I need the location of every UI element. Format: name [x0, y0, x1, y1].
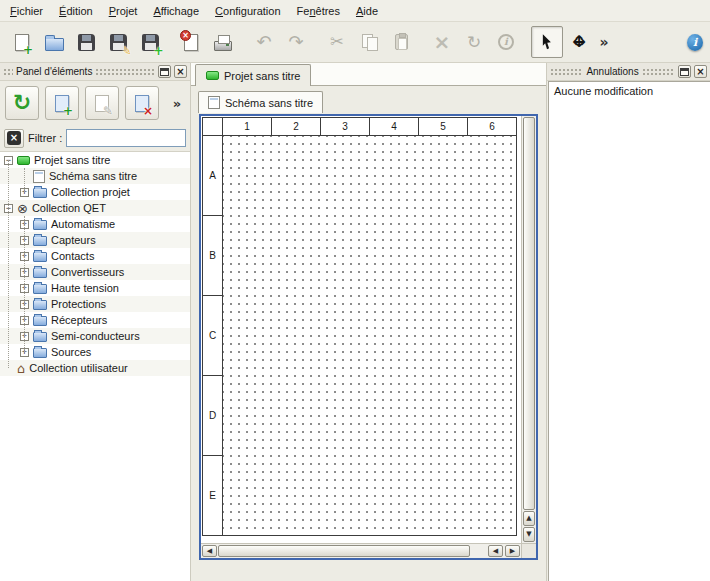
- schema-viewport: 123456 ABCDE: [201, 116, 521, 543]
- ruler-rows: ABCDE: [203, 136, 223, 535]
- new-file-button[interactable]: +: [6, 26, 38, 58]
- tree-item-collection-qet[interactable]: −⊗Collection QET: [0, 200, 190, 216]
- delete-button[interactable]: ×: [426, 26, 458, 58]
- open-file-button[interactable]: [38, 26, 70, 58]
- save-file-button[interactable]: [70, 26, 102, 58]
- paste-icon: [395, 34, 408, 50]
- save-file-as-button[interactable]: ✎: [102, 26, 134, 58]
- tree-item-contacts[interactable]: +Contacts: [0, 248, 190, 264]
- tree-item-automatisme[interactable]: +Automatisme: [0, 216, 190, 232]
- new-file-overlay-icon: +: [23, 44, 33, 56]
- float-elements-panel-button[interactable]: [158, 65, 171, 78]
- new-element-overlay-icon: +: [63, 105, 73, 117]
- elements-panel-dock: Panel d'éléments × ↻+✎×» × Filtrer : −Pr…: [0, 63, 191, 581]
- undo-panel-titlebar[interactable]: Annulations ×: [547, 63, 710, 81]
- tree-item-capteurs[interactable]: +Capteurs: [0, 232, 190, 248]
- schema-view: 123456 ABCDE ▲ ▼ ◀ ◀ ▶: [199, 114, 538, 560]
- tree-item-haute-tension[interactable]: +Haute tension: [0, 280, 190, 296]
- qet-icon: ⊗: [17, 202, 28, 215]
- element-info-button[interactable]: i: [490, 26, 522, 58]
- clear-filter-icon: ×: [7, 131, 21, 145]
- edit-element-button[interactable]: ✎: [85, 86, 119, 120]
- tree-guide-line: [8, 160, 9, 368]
- close-elements-panel-button[interactable]: ×: [174, 65, 187, 78]
- menu-edition[interactable]: Édition: [51, 2, 101, 20]
- undo-list[interactable]: Aucune modification: [548, 81, 710, 581]
- menu-fenetres[interactable]: Fenêtres: [289, 2, 348, 20]
- tree-item-semi-conducteurs[interactable]: +Semi-conducteurs: [0, 328, 190, 344]
- panel-extension-button[interactable]: »: [169, 86, 185, 120]
- redo-icon: ↷: [288, 33, 303, 51]
- scroll-left-button[interactable]: ◀: [202, 545, 217, 557]
- scroll-up-button[interactable]: ▲: [523, 511, 535, 526]
- paste-button[interactable]: [385, 26, 417, 58]
- menu-affichage[interactable]: Affichage: [145, 2, 207, 20]
- new-element-button[interactable]: +: [45, 86, 79, 120]
- tree-item-protections[interactable]: +Protections: [0, 296, 190, 312]
- tree-item-label: Collection projet: [51, 186, 130, 198]
- rotate-button[interactable]: ↻: [458, 26, 490, 58]
- elements-panel-titlebar[interactable]: Panel d'éléments ×: [0, 63, 190, 81]
- scroll-left-secondary-button[interactable]: ◀: [488, 545, 503, 557]
- scroll-right-button[interactable]: ▶: [505, 545, 520, 557]
- menu-fichier[interactable]: Fichier: [2, 2, 51, 20]
- undo-panel-dock: Annulations × Aucune modification: [546, 63, 710, 581]
- cut-button[interactable]: ✂: [321, 26, 353, 58]
- print-icon: [214, 41, 232, 51]
- project-icon: [17, 156, 30, 165]
- print-button[interactable]: [207, 26, 239, 58]
- tab-project[interactable]: Projet sans titre: [195, 64, 311, 86]
- save-all-button[interactable]: +: [134, 26, 166, 58]
- schema-canvas[interactable]: [223, 136, 516, 535]
- vertical-scrollbar-thumb[interactable]: [523, 117, 535, 510]
- close-icon: ×: [176, 67, 184, 77]
- open-file-icon: [45, 38, 64, 51]
- dock-grip: [550, 68, 583, 76]
- horizontal-scrollbar-thumb[interactable]: [218, 545, 470, 557]
- tree-item-schema-sans-titre[interactable]: Schéma sans titre: [0, 168, 190, 184]
- menu-configuration[interactable]: Configuration: [207, 2, 288, 20]
- folder-icon: [33, 268, 47, 278]
- close-icon: ×: [696, 67, 704, 77]
- tree-item-label: Collection QET: [32, 202, 106, 214]
- main-toolbar: +✎+×↶↷✂×↻i»i: [0, 22, 710, 63]
- ruler-columns: 123456: [223, 118, 516, 136]
- dock-grip: [95, 68, 155, 76]
- menu-projet[interactable]: Projet: [101, 2, 146, 20]
- ruler-row-label: B: [203, 216, 223, 296]
- filter-row: × Filtrer :: [0, 125, 190, 151]
- folder-icon: [33, 284, 47, 294]
- help-icon: i: [687, 34, 703, 51]
- project-tabbar: Projet sans titre: [191, 63, 546, 86]
- tab-schema[interactable]: Schéma sans titre: [198, 91, 323, 113]
- close-file-button[interactable]: ×: [175, 26, 207, 58]
- tree-item-recepteurs[interactable]: +Récepteurs: [0, 312, 190, 328]
- close-undo-panel-button[interactable]: ×: [694, 65, 707, 78]
- clear-filter-button[interactable]: ×: [4, 129, 24, 148]
- select-mode-button[interactable]: [531, 26, 563, 58]
- tree-item-collection-utilisateur[interactable]: ⌂Collection utilisateur: [0, 360, 190, 376]
- tree-item-collection-projet[interactable]: +Collection projet: [0, 184, 190, 200]
- menu-aide[interactable]: Aide: [348, 2, 386, 20]
- scroll-down-button[interactable]: ▼: [523, 527, 535, 542]
- tree-item-projet-sans-titre[interactable]: −Projet sans titre: [0, 152, 190, 168]
- copy-button[interactable]: [353, 26, 385, 58]
- tab-project-label: Projet sans titre: [224, 70, 300, 82]
- toolbar-extension-button[interactable]: »: [595, 26, 613, 58]
- reload-collections-button[interactable]: ↻: [5, 86, 39, 120]
- tree-item-label: Haute tension: [51, 282, 119, 294]
- filter-input[interactable]: [66, 129, 186, 147]
- visualisation-mode-button[interactable]: [563, 26, 595, 58]
- redo-button[interactable]: ↷: [280, 26, 312, 58]
- delete-element-button[interactable]: ×: [125, 86, 159, 120]
- tree-item-sources[interactable]: +Sources: [0, 344, 190, 360]
- whats-this-button[interactable]: i: [686, 26, 704, 58]
- tree-item-label: Collection utilisateur: [29, 362, 127, 374]
- project-pane: Schéma sans titre 123456 ABCDE ▲ ▼: [191, 86, 546, 581]
- panel-more-icon: »: [173, 97, 181, 110]
- new-file-icon: +: [15, 34, 29, 51]
- edit-element-overlay-icon: ✎: [103, 105, 113, 117]
- tree-item-convertisseurs[interactable]: +Convertisseurs: [0, 264, 190, 280]
- float-undo-panel-button[interactable]: [678, 65, 691, 78]
- undo-button[interactable]: ↶: [248, 26, 280, 58]
